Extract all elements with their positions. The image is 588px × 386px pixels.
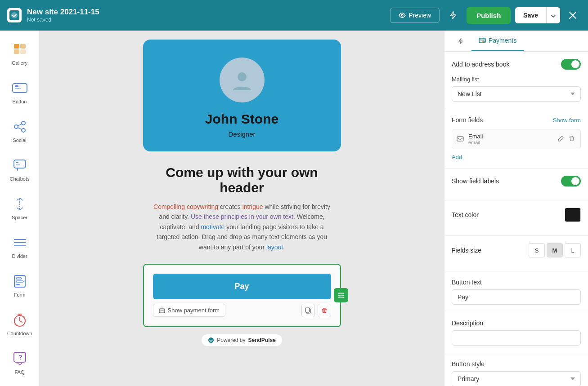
description-section: Description: [444, 312, 588, 353]
pay-button[interactable]: Pay: [153, 274, 331, 299]
size-buttons: S M L: [529, 243, 581, 257]
sidebar-item-payments[interactable]: Payments: [3, 383, 36, 386]
svg-point-46: [208, 337, 214, 343]
sidebar-item-divider[interactable]: Divider: [3, 228, 36, 265]
email-field-info: Email email: [468, 133, 557, 145]
publish-button[interactable]: Publish: [467, 7, 511, 24]
field-labels-toggle[interactable]: [561, 176, 581, 186]
sidebar-item-countdown[interactable]: Countdown: [3, 306, 36, 342]
size-m-button[interactable]: M: [547, 243, 563, 257]
sidebar-item-spacer[interactable]: Spacer: [3, 190, 36, 226]
svg-point-39: [338, 297, 340, 298]
svg-point-38: [342, 295, 344, 296]
sidebar-item-chatbots[interactable]: Chatbots: [3, 151, 36, 188]
sidebar-item-gallery[interactable]: Gallery: [3, 35, 36, 72]
section-heading: Come up with your own header: [152, 165, 332, 195]
right-panel: Payments Add to address book Mailing lis…: [444, 31, 588, 386]
svg-rect-3: [20, 44, 26, 49]
fields-size-row: Fields size S M L: [452, 243, 581, 257]
canvas-area: John Stone Designer Come up with your ow…: [40, 31, 444, 386]
svg-point-33: [338, 293, 340, 294]
address-book-toggle[interactable]: [561, 59, 581, 70]
payments-tab-icon: [479, 37, 486, 44]
edit-field-button[interactable]: [557, 134, 565, 144]
fields-size-section: Fields size S M L: [444, 236, 588, 271]
svg-rect-23: [16, 281, 23, 282]
button-style-select[interactable]: Primary Secondary Outline: [452, 371, 581, 386]
sidebar-item-social[interactable]: Social: [3, 112, 36, 149]
avatar: [220, 58, 265, 102]
show-form-link[interactable]: Show form: [553, 117, 581, 124]
lightning-icon: [449, 11, 458, 20]
svg-rect-8: [15, 88, 21, 89]
tab-payments-label: Payments: [489, 37, 516, 44]
svg-line-13: [18, 128, 22, 129]
svg-rect-4: [14, 49, 19, 54]
button-text-section: Button text: [444, 271, 588, 312]
svg-point-40: [340, 297, 341, 298]
delete-field-button[interactable]: [568, 134, 576, 144]
text-color-section: Text color: [444, 200, 588, 236]
svg-line-12: [18, 124, 22, 126]
save-dropdown-button[interactable]: [546, 7, 560, 23]
size-l-button[interactable]: L: [565, 243, 581, 257]
svg-point-32: [238, 72, 247, 81]
size-s-button[interactable]: S: [529, 243, 545, 257]
svg-rect-5: [20, 49, 26, 54]
delete-button[interactable]: [318, 304, 331, 317]
close-icon: [569, 11, 577, 19]
faq-icon: ?: [12, 351, 28, 367]
text-color-swatch[interactable]: [565, 208, 581, 222]
address-book-label: Add to address book: [452, 61, 509, 68]
tab-settings[interactable]: [450, 31, 471, 51]
svg-rect-16: [16, 164, 20, 165]
text-color-label: Text color: [452, 211, 479, 218]
social-icon: [12, 119, 28, 135]
button-style-section: Button style Primary Secondary Outline: [444, 353, 588, 386]
email-field-name: Email: [468, 133, 557, 140]
profile-role: Designer: [228, 130, 255, 138]
add-field-link[interactable]: Add: [452, 154, 462, 160]
profile-name: John Stone: [205, 111, 278, 127]
svg-rect-2: [14, 44, 19, 49]
sidebar-item-faq[interactable]: ? FAQ: [3, 344, 36, 381]
svg-point-41: [342, 297, 344, 298]
chatbots-icon: [12, 157, 28, 173]
sidebar-item-form[interactable]: Form: [3, 267, 36, 304]
svg-point-1: [401, 14, 403, 16]
mailing-list-select[interactable]: New List List 1 List 2: [452, 86, 581, 102]
svg-point-35: [342, 293, 344, 294]
svg-rect-45: [305, 308, 310, 312]
copy-button[interactable]: [301, 304, 315, 317]
brand-name: SendPulse: [248, 337, 276, 343]
form-fields-label: Form fields: [452, 116, 483, 124]
sidebar-item-faq-label: FAQ: [14, 369, 24, 375]
button-icon: [12, 80, 28, 96]
divider-icon: [12, 235, 28, 251]
field-labels-label: Show field labels: [452, 177, 499, 185]
close-button[interactable]: [565, 7, 581, 23]
profile-card: John Stone Designer: [143, 40, 341, 151]
svg-rect-42: [159, 309, 165, 313]
field-labels-section: Show field labels: [444, 169, 588, 200]
save-group: Save: [515, 7, 560, 23]
preview-button[interactable]: Preview: [390, 8, 440, 23]
show-payment-form-button[interactable]: Show payment form: [153, 304, 226, 317]
button-text-input[interactable]: [452, 289, 581, 305]
form-actions: Show payment form: [153, 304, 331, 317]
settings-icon-button[interactable]: [444, 6, 462, 24]
sidebar-item-button[interactable]: Button: [3, 74, 36, 111]
svg-point-36: [338, 295, 340, 296]
address-book-row: Add to address book: [452, 59, 581, 70]
fields-size-label: Fields size: [452, 247, 481, 254]
section-body: Compelling copywriting creates intrigue …: [152, 202, 332, 252]
form-fields-section: Form fields Show form Email email: [444, 109, 588, 169]
tab-payments[interactable]: Payments: [471, 31, 524, 51]
svg-rect-14: [14, 160, 26, 168]
sidebar-item-form-label: Form: [14, 292, 26, 297]
svg-rect-51: [457, 137, 463, 141]
description-input[interactable]: [452, 330, 581, 346]
sidebar-item-chatbots-label: Chatbots: [9, 176, 29, 182]
form-action-icons: [301, 304, 331, 317]
save-button[interactable]: Save: [515, 7, 546, 23]
